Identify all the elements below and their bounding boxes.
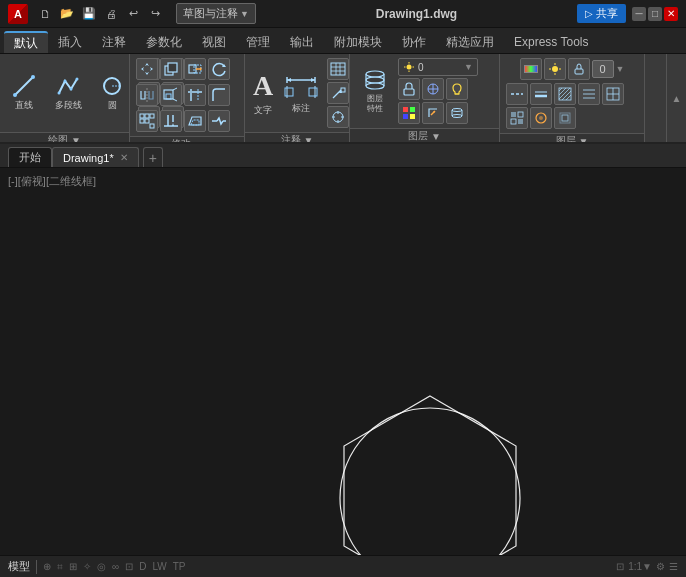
move-button[interactable] — [136, 58, 158, 80]
tab-manage[interactable]: 管理 — [236, 31, 280, 53]
layer-match-button[interactable] — [422, 102, 444, 124]
center-mark-button[interactable] — [327, 106, 349, 128]
redo-icon[interactable]: ↪ — [146, 5, 164, 23]
home-tab[interactable]: 开始 — [8, 147, 52, 167]
tab-view[interactable]: 视图 — [192, 31, 236, 53]
draw-group-label[interactable]: 绘图 ▼ — [0, 132, 129, 144]
ribbon-collapse-button[interactable]: ▲ — [666, 54, 686, 142]
layer-on-button[interactable] — [446, 78, 468, 100]
viewport-controls[interactable]: ⊡ — [616, 561, 624, 572]
print-icon[interactable]: 🖨 — [102, 5, 120, 23]
table-button[interactable] — [327, 58, 349, 80]
ucs-toggle[interactable]: ⊡ — [125, 561, 133, 572]
mirror-button[interactable] — [136, 84, 158, 106]
layer-properties-label: 图层特性 — [367, 94, 383, 113]
open-file-icon[interactable]: 📂 — [58, 5, 76, 23]
workspace-switch[interactable]: ⚙ — [656, 561, 665, 572]
canvas-area: [-][俯视][二维线框] — [0, 168, 686, 555]
lineweight-svg — [534, 87, 548, 101]
annotation-scale[interactable]: 1:1▼ — [628, 561, 652, 572]
rotate-button[interactable] — [208, 58, 230, 80]
polyline-button[interactable]: 多段线 — [50, 59, 86, 127]
drawing1-tab[interactable]: Drawing1* ✕ — [52, 147, 139, 167]
annotation-group: A 文字 标注 — [245, 54, 350, 142]
layers-group-label[interactable]: 图层 ▼ — [350, 128, 499, 143]
layer-dropdown[interactable]: 0 ▼ — [398, 58, 478, 76]
svg-rect-58 — [331, 63, 345, 75]
hatch-pattern2[interactable] — [578, 83, 600, 105]
leader-button[interactable] — [327, 82, 349, 104]
layer-freeze-button[interactable] — [422, 78, 444, 100]
offset-button[interactable] — [184, 110, 206, 132]
tab-addons[interactable]: 附加模块 — [324, 31, 392, 53]
color-swatch-button[interactable] — [520, 58, 542, 80]
array-button[interactable] — [136, 110, 158, 132]
trim-button[interactable] — [184, 84, 206, 106]
hatch-pattern1[interactable] — [554, 83, 576, 105]
scale-button[interactable] — [160, 84, 182, 106]
properties-group-label[interactable]: 图层 ▼ — [500, 133, 644, 144]
workspace-selector[interactable]: 草图与注释 ▼ — [176, 3, 256, 24]
modify-group-label[interactable]: 修改 ▼ — [130, 136, 244, 144]
svg-point-77 — [366, 71, 384, 77]
tab-express[interactable]: Express Tools — [504, 31, 598, 53]
annotation-group-label[interactable]: 注释 ▼ — [245, 132, 349, 144]
tab-featured[interactable]: 精选应用 — [436, 31, 504, 53]
tab-collab[interactable]: 协作 — [392, 31, 436, 53]
close-button[interactable]: ✕ — [664, 7, 678, 21]
properties-dropdown-arrow: ▼ — [579, 136, 589, 145]
ortho-toggle[interactable]: ⊞ — [69, 561, 77, 572]
tab-parametric[interactable]: 参数化 — [136, 31, 192, 53]
svg-marker-46 — [172, 123, 174, 126]
lock-property-icon[interactable] — [568, 58, 590, 80]
hatch-pattern3[interactable] — [602, 83, 624, 105]
new-tab-button[interactable]: + — [143, 147, 163, 167]
tp-toggle[interactable]: TP — [173, 561, 186, 572]
lineweight-icon[interactable] — [530, 83, 552, 105]
isolation-toggle[interactable]: ☰ — [669, 561, 678, 572]
extend-button[interactable] — [160, 110, 182, 132]
dimension-button[interactable]: 标注 — [281, 59, 321, 127]
svg-rect-65 — [341, 88, 345, 92]
otrack-toggle[interactable]: ∞ — [112, 561, 119, 572]
share-button[interactable]: ▷ 共享 — [577, 4, 626, 23]
ann-small-grid — [327, 58, 349, 128]
circle-button[interactable]: 圆 — [94, 59, 130, 127]
undo-icon[interactable]: ↩ — [124, 5, 142, 23]
copy-button[interactable] — [160, 58, 182, 80]
linetype-icon[interactable] — [506, 83, 528, 105]
properties-group-body: 0 ▼ — [500, 54, 644, 133]
lw-toggle[interactable]: LW — [152, 561, 166, 572]
break-button[interactable] — [208, 110, 230, 132]
new-file-icon[interactable]: 🗋 — [36, 5, 54, 23]
stretch-button[interactable] — [184, 58, 206, 80]
hatch-pattern4[interactable] — [506, 107, 528, 129]
layer-lock-button[interactable] — [398, 78, 420, 100]
layer-properties-button[interactable]: 图层特性 — [356, 66, 394, 116]
osnap-toggle[interactable]: ◎ — [97, 561, 106, 572]
line-label: 直线 — [15, 99, 33, 112]
grid-toggle[interactable]: ⌗ — [57, 561, 63, 573]
maximize-button[interactable]: □ — [648, 7, 662, 21]
drawing-tab-close[interactable]: ✕ — [120, 152, 128, 163]
isolate-layer-button[interactable] — [446, 102, 468, 124]
snap-toggle[interactable]: ⊕ — [43, 561, 51, 572]
sun-property-icon[interactable] — [544, 58, 566, 80]
text-button[interactable]: A 文字 — [251, 59, 275, 127]
tab-annotation[interactable]: 注释 — [92, 31, 136, 53]
tab-insert[interactable]: 插入 — [48, 31, 92, 53]
dyn-toggle[interactable]: D — [139, 561, 146, 572]
transparency-icon[interactable] — [554, 107, 576, 129]
tab-output[interactable]: 输出 — [280, 31, 324, 53]
minimize-button[interactable]: ─ — [632, 7, 646, 21]
polar-toggle[interactable]: ✧ — [83, 561, 91, 572]
tab-default[interactable]: 默认 — [4, 31, 48, 53]
material-icon[interactable] — [530, 107, 552, 129]
fillet-button[interactable] — [208, 84, 230, 106]
save-file-icon[interactable]: 💾 — [80, 5, 98, 23]
layers-dropdown-arrow: ▼ — [431, 131, 441, 142]
line-button[interactable]: 直线 — [6, 59, 42, 127]
move-icon — [139, 61, 155, 77]
model-tab[interactable]: 模型 — [8, 556, 30, 578]
layer-color-button[interactable] — [398, 102, 420, 124]
